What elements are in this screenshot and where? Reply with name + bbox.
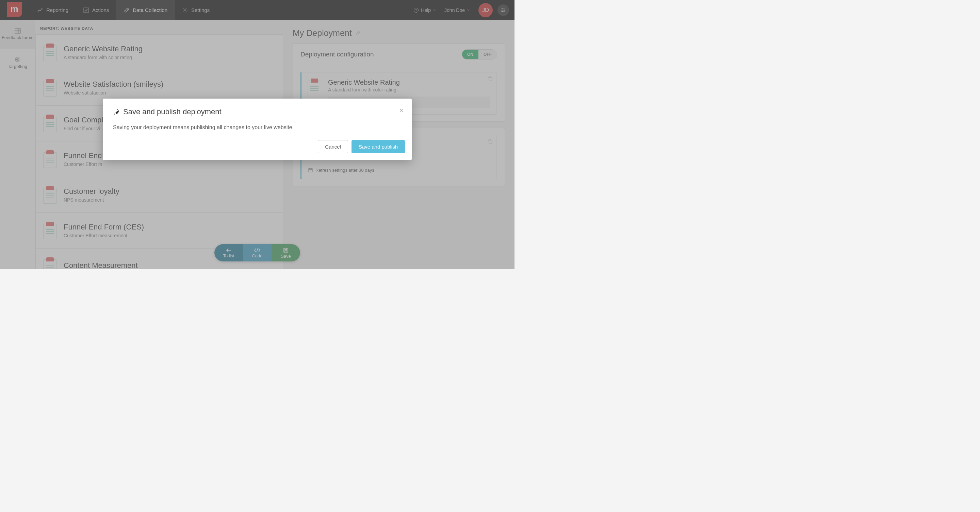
modal-overlay[interactable]: × Save and publish deployment Saving you… <box>0 0 514 269</box>
rocket-icon <box>113 108 120 115</box>
save-publish-button[interactable]: Save and publish <box>352 140 405 153</box>
modal-title: Save and publish deployment <box>123 108 221 116</box>
cancel-button[interactable]: Cancel <box>318 140 348 153</box>
save-publish-modal: × Save and publish deployment Saving you… <box>103 98 412 160</box>
modal-body: Saving your deployment means publishing … <box>103 121 412 140</box>
modal-close-button[interactable]: × <box>399 106 404 115</box>
